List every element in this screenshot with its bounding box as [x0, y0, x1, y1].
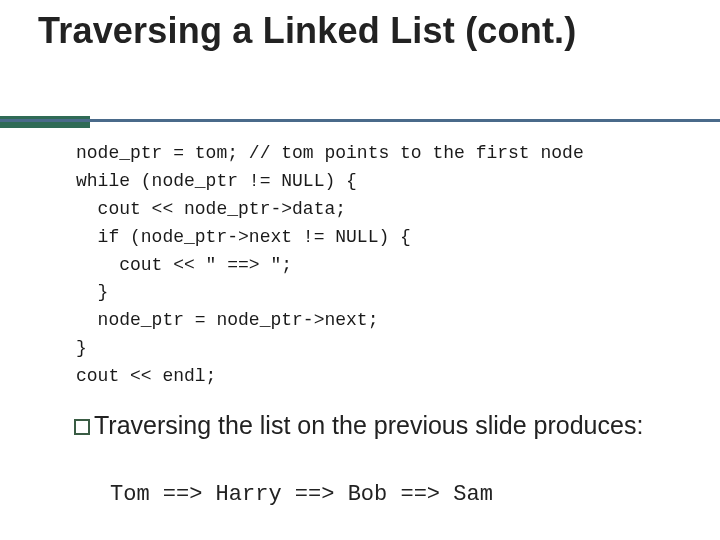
title-rule-line [0, 119, 720, 122]
bullet-icon [74, 419, 90, 435]
title-rule [0, 116, 720, 130]
slide-title: Traversing a Linked List (cont.) [38, 10, 690, 52]
code-block: node_ptr = tom; // tom points to the fir… [76, 140, 696, 391]
title-rule-accent [0, 116, 90, 128]
output-line: Tom ==> Harry ==> Bob ==> Sam [110, 482, 493, 507]
body-text: Traversing the list on the previous slid… [74, 410, 690, 441]
body-text-content: Traversing the list on the previous slid… [94, 411, 643, 439]
slide: Traversing a Linked List (cont.) node_pt… [0, 0, 720, 540]
